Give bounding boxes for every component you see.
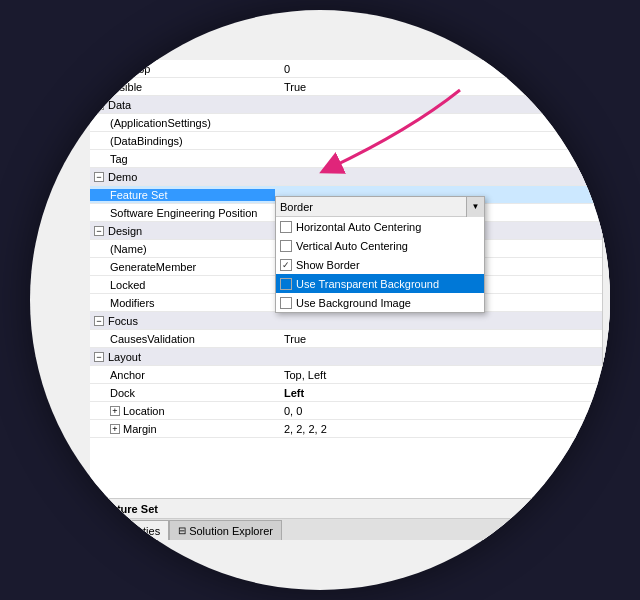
prop-name: GenerateMember — [90, 261, 280, 273]
prop-value: True — [280, 333, 610, 345]
scrollbar[interactable] — [602, 60, 610, 498]
prop-value: 2, 2, 2, 2 — [280, 423, 610, 435]
collapse-icon[interactable]: − — [94, 226, 104, 236]
dropdown-item-transparent-bg[interactable]: Use Transparent Background — [276, 274, 484, 293]
checkbox-vertical[interactable] — [280, 240, 292, 252]
dropdown-arrow-button[interactable]: ▼ — [466, 197, 484, 217]
prop-name: (Name) — [90, 243, 280, 255]
dropdown-item-vertical[interactable]: Vertical Auto Centering — [276, 236, 484, 255]
table-row: CausesValidation True — [90, 330, 610, 348]
prop-name: −Data — [90, 99, 280, 111]
dropdown-item-label: Show Border — [296, 259, 360, 271]
dropdown-item-horizontal[interactable]: Horizontal Auto Centering — [276, 217, 484, 236]
checkbox-horizontal[interactable] — [280, 221, 292, 233]
properties-tab-icon: ⊞ — [99, 525, 107, 536]
table-row: +Location 0, 0 — [90, 402, 610, 420]
dropdown-item-label: Use Transparent Background — [296, 278, 439, 290]
prop-name: Visible — [90, 81, 280, 93]
prop-name: Software Engineering Position — [90, 207, 280, 219]
status-bar: Feature Set — [90, 498, 610, 518]
dropdown-header: Border ▼ — [276, 197, 484, 217]
prop-name: TabStop — [90, 63, 280, 75]
prop-name: Locked — [90, 279, 280, 291]
scroll-thumb[interactable] — [604, 80, 610, 120]
collapse-icon[interactable]: − — [94, 100, 104, 110]
checkbox-show-border[interactable]: ✓ — [280, 259, 292, 271]
prop-value: True — [280, 81, 610, 93]
prop-name: (ApplicationSettings) — [90, 117, 280, 129]
table-row: Visible True — [90, 78, 610, 96]
tab-label: Properties — [110, 525, 160, 537]
collapse-icon[interactable]: − — [94, 316, 104, 326]
dropdown-item-bg-image[interactable]: Use Background Image — [276, 293, 484, 312]
prop-value: Left — [280, 387, 610, 399]
dropdown-item-label: Vertical Auto Centering — [296, 240, 408, 252]
properties-window: TabStop 0 Visible True −Data (Applicatio… — [90, 60, 610, 540]
prop-name: −Focus — [90, 315, 280, 327]
dropdown-item-show-border[interactable]: ✓ Show Border — [276, 255, 484, 274]
section-layout[interactable]: −Layout — [90, 348, 610, 366]
table-row: Tag — [90, 150, 610, 168]
section-focus[interactable]: −Focus — [90, 312, 610, 330]
tab-bar: ⊞ Properties ⊟ Solution Explorer — [90, 518, 610, 540]
dropdown-item-label: Use Background Image — [296, 297, 411, 309]
table-row: Dock Left — [90, 384, 610, 402]
prop-name: Tag — [90, 153, 280, 165]
prop-name: +Margin — [90, 423, 280, 435]
collapse-icon[interactable]: − — [94, 352, 104, 362]
section-data[interactable]: −Data — [90, 96, 610, 114]
prop-name: (DataBindings) — [90, 135, 280, 147]
main-circle: TabStop 0 Visible True −Data (Applicatio… — [30, 10, 610, 590]
solution-explorer-tab-icon: ⊟ — [178, 525, 186, 536]
prop-name: +Location — [90, 405, 280, 417]
dropdown-item-label: Horizontal Auto Centering — [296, 221, 421, 233]
expand-icon[interactable]: + — [110, 406, 120, 416]
tab-solution-explorer[interactable]: ⊟ Solution Explorer — [169, 520, 282, 540]
properties-panel: TabStop 0 Visible True −Data (Applicatio… — [90, 60, 610, 540]
prop-name: CausesValidation — [90, 333, 280, 345]
border-dropdown[interactable]: Border ▼ Horizontal Auto Centering Verti… — [275, 196, 485, 313]
prop-name: Dock — [90, 387, 280, 399]
dropdown-header-text: Border — [276, 201, 466, 213]
tab-label: Solution Explorer — [189, 525, 273, 537]
prop-name: −Demo — [90, 171, 280, 183]
property-table: TabStop 0 Visible True −Data (Applicatio… — [90, 60, 610, 498]
table-row: (DataBindings) — [90, 132, 610, 150]
expand-icon[interactable]: + — [110, 424, 120, 434]
prop-name: Feature Set — [90, 189, 275, 201]
table-row: Anchor Top, Left — [90, 366, 610, 384]
section-demo[interactable]: −Demo — [90, 168, 610, 186]
status-text: Feature Set — [98, 503, 158, 515]
table-row: (ApplicationSettings) — [90, 114, 610, 132]
prop-name: Modifiers — [90, 297, 280, 309]
table-row: +Margin 2, 2, 2, 2 — [90, 420, 610, 438]
table-row: TabStop 0 — [90, 60, 610, 78]
prop-name: −Layout — [90, 351, 280, 363]
checkbox-transparent-bg[interactable] — [280, 278, 292, 290]
checkbox-bg-image[interactable] — [280, 297, 292, 309]
prop-value: 0, 0 — [280, 405, 610, 417]
collapse-icon[interactable]: − — [94, 172, 104, 182]
prop-name: Anchor — [90, 369, 280, 381]
prop-value: 0 — [280, 63, 610, 75]
tab-properties[interactable]: ⊞ Properties — [90, 520, 169, 540]
prop-name: −Design — [90, 225, 280, 237]
prop-value: Top, Left — [280, 369, 610, 381]
